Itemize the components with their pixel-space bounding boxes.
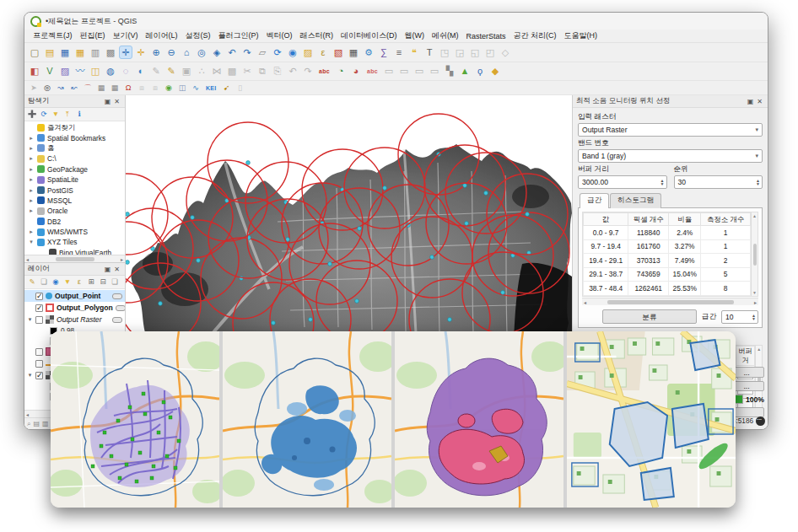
paste-features-icon[interactable]: ⎘ [271, 65, 284, 78]
save-project-icon[interactable]: ▦ [58, 46, 72, 59]
select-tool-icon[interactable]: ➤ [28, 82, 40, 94]
redo-icon[interactable]: ↷ [301, 65, 315, 78]
spinner-arrows-icon[interactable]: ▲▼ [756, 179, 760, 185]
zoom-out-icon[interactable]: ⊖ [164, 46, 178, 59]
layer-labeling-icon[interactable]: ◔ [334, 65, 348, 78]
spinner-arrows-icon[interactable]: ▲▼ [661, 179, 665, 185]
layer-visibility-checkbox[interactable] [35, 372, 43, 379]
run-model-icon[interactable]: ➹ [221, 82, 233, 94]
buffer-distance-spinner[interactable]: 3000.00 ▲▼ [578, 175, 667, 189]
menu-item[interactable]: 편집(E) [77, 30, 109, 42]
add-delimited-icon[interactable]: ◫ [89, 65, 102, 78]
browser-tree-item[interactable]: ▸ 홈 [26, 143, 125, 153]
georef-icon[interactable]: ◉ [163, 82, 175, 94]
new-spatialite-icon[interactable]: ◱ [468, 46, 482, 59]
menu-item[interactable]: 벡터(O) [263, 30, 296, 42]
save-edits-icon[interactable]: ✎ [164, 65, 178, 78]
menu-item[interactable]: 웹(W) [402, 30, 429, 42]
exception-table-header[interactable]: 버퍼 거 [736, 347, 755, 366]
add-spatialite-icon[interactable]: ◌ [119, 65, 132, 78]
filter-browser-icon[interactable]: ▼ [51, 110, 61, 120]
gray-label2-icon[interactable]: ▭ [397, 65, 411, 78]
statistics-icon[interactable]: ∑ [377, 46, 391, 59]
cut-features-icon[interactable]: ✂ [240, 65, 254, 78]
disabled-a-icon[interactable]: ⧈ [136, 82, 148, 94]
map-tips-icon[interactable]: ❝ [407, 46, 421, 59]
select-features-icon[interactable]: ▨ [301, 46, 315, 59]
tab-histogram[interactable]: 히스토그램 [610, 193, 661, 208]
menu-item[interactable]: 도움말(H) [561, 30, 601, 42]
data-source-manager-icon[interactable]: ◧ [28, 65, 41, 78]
classes-table-header[interactable]: 비율 [669, 213, 701, 226]
layout-manager-icon[interactable]: ▩ [104, 46, 117, 59]
add-postgis-icon[interactable]: ◍ [104, 65, 117, 78]
undo-icon[interactable]: ↶ [286, 65, 299, 78]
filter-expression-icon[interactable]: ε [74, 277, 84, 287]
zoom-to-selection-icon[interactable]: ◎ [195, 46, 208, 59]
layer-visibility-checkbox[interactable] [35, 360, 43, 368]
browser-hscrollbar[interactable]: ◂▸ [24, 255, 125, 262]
browser-tree-item[interactable]: ▸ PostGIS [26, 185, 125, 195]
close-panel-icon[interactable]: ✕ [755, 98, 764, 105]
browser-tree-item[interactable]: ▸ C:\ [26, 153, 125, 164]
browser-tree-item[interactable]: ▸ WMS/WMTS [26, 227, 125, 237]
arc-icon[interactable]: ⌒ [82, 82, 94, 94]
new-geopackage-icon[interactable]: ◳ [438, 46, 451, 59]
menu-item[interactable]: 래스터(R) [297, 30, 337, 42]
new-project-icon[interactable]: ▢ [28, 46, 41, 59]
vertex-tool-icon[interactable]: ∴ [195, 65, 208, 78]
refresh-icon[interactable]: ⟳ [271, 46, 284, 59]
classes-table-row[interactable]: 29.1 - 38.7 743659 15.04% 5 [584, 267, 751, 282]
filter-legend-icon[interactable]: ▼ [62, 277, 73, 287]
classes-count-spinner[interactable]: 10 ▲▼ [721, 310, 758, 324]
grid-a-icon[interactable]: ▦ [95, 82, 107, 94]
classes-table-row[interactable]: 38.7 - 48.4 1262461 25.53% 8 [584, 282, 751, 296]
add-raster-icon[interactable]: ▨ [58, 65, 72, 78]
plugin-icon[interactable]: ◆ [488, 65, 502, 78]
classes-table-header[interactable]: 값 [584, 213, 628, 226]
float-panel-icon[interactable]: ▣ [103, 266, 113, 273]
classes-vscrollbar[interactable]: ▲▼ [751, 212, 758, 296]
zoom-next-icon[interactable]: ↷ [240, 46, 254, 59]
measure-icon[interactable]: ≡ [392, 46, 406, 59]
select-by-expression-icon[interactable]: ε [316, 46, 330, 59]
float-panel-icon[interactable]: ▣ [746, 98, 756, 105]
trace-icon[interactable]: ↝ [55, 82, 67, 94]
menu-item[interactable]: 설정(S) [182, 30, 214, 42]
classes-hscrollbar[interactable]: ◂▸ [582, 298, 758, 305]
collapse-all-icon[interactable]: ⤒ [62, 110, 73, 120]
pan-to-selection-icon[interactable]: ✛ [134, 46, 148, 59]
new-temp-layer-icon[interactable]: ◰ [483, 46, 497, 59]
python-console-icon[interactable]: ϙ [473, 65, 487, 78]
delete-selected-icon[interactable]: ▩ [225, 65, 239, 78]
rank-spinner[interactable]: 30 ▲▼ [674, 175, 763, 189]
classes-table-row[interactable]: 9.7 - 19.4 161760 3.27% 1 [584, 239, 751, 254]
open-project-icon[interactable]: ▤ [43, 46, 57, 59]
browser-tree-item[interactable]: DB2 [26, 217, 125, 227]
browser-tree-item[interactable]: ▸ Spatial Bookmarks [26, 132, 125, 142]
layer-diagram-icon[interactable]: ◕ [349, 65, 363, 78]
browser-tree-item[interactable]: Bing VirtualEarth [26, 248, 125, 255]
add-wms-icon[interactable]: ◐ [134, 65, 148, 78]
label-chip-icon[interactable]: abc [316, 65, 332, 78]
save-as-icon[interactable]: ▦ [73, 46, 87, 59]
band-combo[interactable]: Band 1 (gray) ▾ [578, 149, 763, 163]
node-tool-icon[interactable]: ⋈ [210, 65, 224, 78]
classes-table-header[interactable]: 측정소 개수 [701, 213, 751, 226]
browser-tree-item[interactable]: ▸ MSSQL [26, 196, 125, 206]
gray-label1-icon[interactable]: ▭ [382, 65, 396, 78]
snapping-icon[interactable]: ◎ [41, 82, 53, 94]
titlebar[interactable]: •제목없는 프로젝트 - QGIS [24, 13, 768, 30]
new-shapefile-icon[interactable]: ◲ [453, 46, 466, 59]
layer-visibility-checkbox[interactable] [35, 293, 43, 300]
close-panel-icon[interactable]: ✕ [112, 266, 121, 273]
menu-item[interactable]: 레이어(L) [143, 30, 181, 42]
gray-label3-icon[interactable]: ▭ [412, 65, 426, 78]
classes-table-row[interactable]: 19.4 - 29.1 370313 7.49% 2 [584, 254, 751, 268]
zoom-full-icon[interactable]: ⌂ [180, 46, 193, 59]
deselect-icon[interactable]: ▧ [332, 46, 345, 59]
menu-item[interactable]: 플러그인(P) [215, 30, 262, 42]
zoom-in-icon[interactable]: ⊕ [149, 46, 163, 59]
gray-label4-icon[interactable]: ▭ [428, 65, 441, 78]
layer-visibility-checkbox[interactable] [35, 304, 43, 312]
